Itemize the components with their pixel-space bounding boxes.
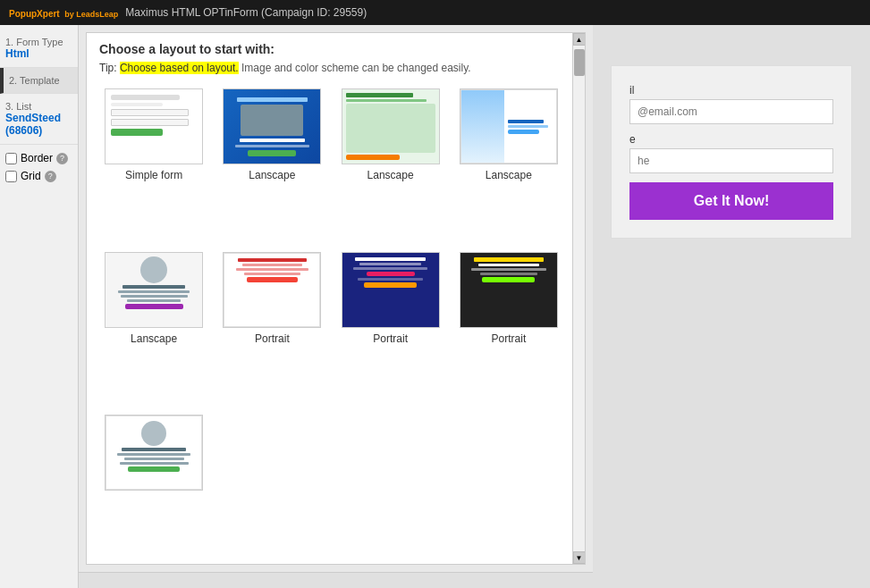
- step3-value: SendSteed: [5, 112, 72, 124]
- layout-thumb-landscape3: [460, 88, 558, 164]
- layout-label-landscape4: Lanscape: [131, 332, 177, 345]
- layout-label-landscape2: Lanscape: [367, 169, 414, 181]
- border-checkbox[interactable]: [5, 153, 17, 164]
- preview-email-field: il: [629, 84, 833, 124]
- layout-item-portrait3[interactable]: Portrait: [454, 252, 563, 407]
- panel-scrollbar[interactable]: ▲ ▼: [572, 33, 585, 564]
- grid-help-icon[interactable]: ?: [45, 171, 56, 182]
- name-input[interactable]: [629, 148, 833, 173]
- preview-name-field: e: [629, 133, 833, 173]
- layout-label-portrait1: Portrait: [255, 332, 290, 345]
- layout-item-simple-form[interactable]: Simple form: [99, 88, 208, 243]
- layout-item-portrait1[interactable]: Portrait: [217, 252, 326, 407]
- tip-rest: Image and color scheme can be changed ea…: [239, 62, 471, 74]
- main-layout: 1. Form Type Html 2. Template 3. List Se…: [0, 25, 870, 588]
- border-help-icon[interactable]: ?: [56, 153, 68, 164]
- layout-label-landscape1: Lanscape: [249, 169, 295, 181]
- layout-item-last[interactable]: [99, 415, 208, 557]
- brand-name: PopupXpert: [9, 9, 60, 19]
- submit-button[interactable]: Get It Now!: [629, 182, 833, 220]
- sidebar-checkboxes: Border ? Grid ?: [0, 145, 78, 189]
- layout-thumb-landscape1: [223, 88, 321, 164]
- preview-panel: il e Get It Now!: [593, 25, 870, 588]
- layout-thumb-portrait3: [460, 252, 558, 328]
- grid-checkbox[interactable]: [5, 171, 17, 182]
- step3-sub: (68606): [5, 124, 72, 137]
- grid-label: Grid: [21, 170, 41, 182]
- tip-highlight: Choose based on layout.: [120, 62, 239, 74]
- layout-panel: Choose a layout to start with: Tip: Choo…: [86, 32, 586, 565]
- email-field-label: il: [629, 84, 833, 97]
- border-label: Border: [21, 152, 53, 164]
- layout-panel-tip: Tip: Choose based on layout. Image and c…: [87, 60, 585, 81]
- content-area: Choose a layout to start with: Tip: Choo…: [79, 25, 593, 588]
- layout-label-portrait2: Portrait: [373, 332, 408, 345]
- layout-label-simple: Simple form: [125, 169, 182, 181]
- step2-label: 2. Template: [9, 75, 72, 86]
- layout-thumb-portrait2: [342, 252, 440, 328]
- email-input[interactable]: [629, 99, 833, 124]
- layout-thumb-landscape2: [342, 88, 440, 164]
- preview-form: il e Get It Now!: [611, 65, 852, 239]
- layout-panel-heading: Choose a layout to start with:: [87, 33, 585, 60]
- grid-checkbox-row: Grid ?: [5, 170, 72, 182]
- brand-logo: PopupXpert by LeadsLeap: [9, 6, 118, 20]
- layout-item-landscape4[interactable]: Lanscape: [99, 252, 208, 407]
- step3-label: 3. List: [5, 101, 72, 112]
- step1-label: 1. Form Type: [5, 37, 72, 47]
- name-field-label: e: [629, 133, 833, 146]
- sidebar: 1. Form Type Html 2. Template 3. List Se…: [0, 25, 79, 588]
- layout-label-landscape3: Lanscape: [486, 169, 532, 181]
- scroll-down-arrow[interactable]: ▼: [573, 551, 586, 564]
- scroll-thumb[interactable]: [574, 49, 585, 76]
- layout-label-portrait3: Portrait: [492, 332, 527, 345]
- layout-item-landscape3[interactable]: Lanscape: [454, 88, 563, 243]
- layout-thumb-portrait1: [223, 252, 321, 328]
- layout-item-landscape1[interactable]: Lanscape: [217, 88, 326, 243]
- layout-grid: Simple form Lanscape: [87, 81, 585, 564]
- scroll-up-arrow[interactable]: ▲: [573, 33, 586, 46]
- border-checkbox-row: Border ?: [5, 152, 72, 164]
- campaign-title: Maximus HTML OPTinForm (Campaign ID: 295…: [125, 6, 367, 19]
- layout-item-portrait2[interactable]: Portrait: [336, 252, 445, 407]
- sidebar-item-list[interactable]: 3. List SendSteed (68606): [0, 94, 78, 145]
- bottom-bar: [79, 572, 593, 588]
- step1-value: Html: [5, 47, 72, 60]
- layout-thumb-landscape4: [105, 252, 203, 328]
- sidebar-item-template[interactable]: 2. Template: [0, 68, 78, 94]
- layout-thumb-simple: [105, 88, 203, 164]
- layout-thumb-last: [105, 415, 203, 491]
- top-bar: PopupXpert by LeadsLeap Maximus HTML OPT…: [0, 0, 870, 25]
- brand-sub: by LeadsLeap: [64, 10, 118, 19]
- layout-item-landscape2[interactable]: Lanscape: [336, 88, 445, 243]
- sidebar-item-form-type[interactable]: 1. Form Type Html: [0, 29, 78, 68]
